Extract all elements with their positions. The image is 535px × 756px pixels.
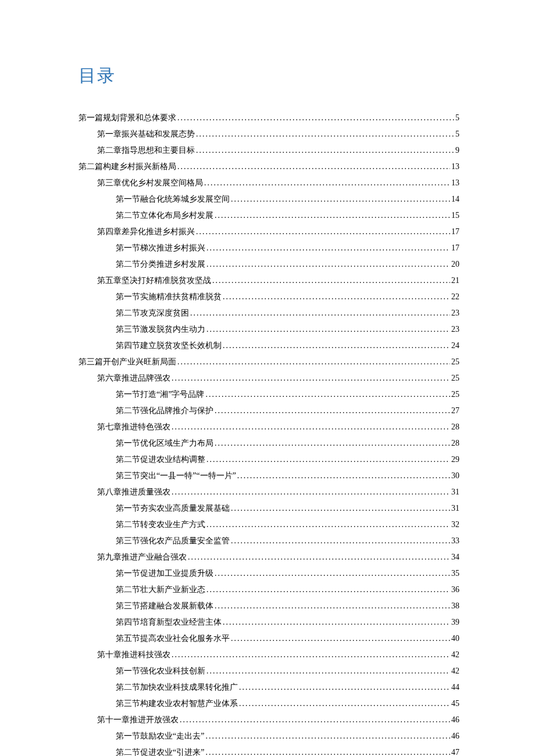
toc-leader xyxy=(215,565,450,582)
toc-entry-label: 第二节强化品牌推介与保护 xyxy=(116,403,213,419)
toc-entry-label: 第三节激发脱贫内生动力 xyxy=(116,321,205,338)
toc-leader xyxy=(206,452,450,468)
toc-entry: 第七章推进特色强农28 xyxy=(79,419,459,435)
toc-entry-label: 第三节强化农产品质量安全监管 xyxy=(116,533,230,549)
toc-entry-label: 第八章推进质量强农 xyxy=(97,484,170,500)
toc-leader xyxy=(231,533,450,549)
toc-entry-label: 第二节促进农业结构调整 xyxy=(116,452,205,468)
toc-entry: 第二节攻克深度贫困23 xyxy=(79,305,459,321)
toc-entry-page: 14 xyxy=(451,191,459,207)
toc-entry-page: 25 xyxy=(451,354,459,370)
toc-entry: 第二节分类推进乡村发展20 xyxy=(79,256,459,273)
toc-leader xyxy=(196,142,454,159)
toc-entry-label: 第一节鼓励农业“走出去” xyxy=(116,728,204,744)
toc-leader xyxy=(212,273,450,289)
toc-list: 第一篇规划背景和总体要求5第一章振兴基础和发展态势5第二章指导思想和主要目标9第… xyxy=(79,110,459,756)
toc-leader xyxy=(190,305,450,321)
toc-leader xyxy=(172,419,450,435)
toc-leader xyxy=(177,110,454,126)
toc-leader xyxy=(239,679,450,696)
toc-entry-label: 第二节壮大新产业新业态 xyxy=(116,582,205,598)
toc-entry-page: 9 xyxy=(455,142,459,159)
toc-entry: 第一节促进加工业提质升级35 xyxy=(79,565,459,582)
toc-entry: 第一节打造“湘”字号品牌25 xyxy=(79,386,459,403)
toc-entry-page: 23 xyxy=(451,321,459,338)
toc-leader xyxy=(172,484,450,500)
toc-leader xyxy=(206,517,450,533)
toc-entry-page: 28 xyxy=(451,419,459,435)
toc-entry-page: 23 xyxy=(451,305,459,321)
toc-entry-page: 31 xyxy=(451,484,459,500)
toc-leader xyxy=(231,500,450,517)
toc-leader xyxy=(205,744,450,756)
toc-entry: 第三章优化乡村发展空间格局13 xyxy=(79,175,459,191)
toc-entry: 第二节立体化布局乡村发展15 xyxy=(79,207,459,224)
toc-entry-label: 第三节搭建融合发展新载体 xyxy=(116,598,213,614)
toc-entry-page: 32 xyxy=(451,517,459,533)
toc-entry: 第六章推进品牌强农25 xyxy=(79,370,459,386)
toc-entry-label: 第五节提高农业社会化服务水平 xyxy=(116,630,230,647)
toc-entry-label: 第一篇规划背景和总体要求 xyxy=(79,110,176,126)
toc-entry-page: 25 xyxy=(451,386,459,403)
toc-leader xyxy=(172,370,450,386)
toc-entry-page: 17 xyxy=(451,224,459,240)
toc-entry-label: 第一节梯次推进乡村振兴 xyxy=(116,240,205,256)
toc-entry: 第二篇构建乡村振兴新格局13 xyxy=(79,159,459,175)
toc-entry: 第四节培育新型农业经营主体39 xyxy=(79,614,459,630)
toc-entry: 第一章振兴基础和发展态势5 xyxy=(79,126,459,142)
toc-entry-page: 22 xyxy=(451,289,459,305)
toc-leader xyxy=(177,354,450,370)
toc-entry-page: 28 xyxy=(451,435,459,452)
toc-entry: 第二节促进农业“引进来”47 xyxy=(79,744,459,756)
toc-leader xyxy=(215,598,450,614)
toc-entry: 第一节梯次推进乡村振兴17 xyxy=(79,240,459,256)
toc-entry-label: 第四章差异化推进乡村振兴 xyxy=(97,224,195,240)
toc-leader xyxy=(223,289,450,305)
toc-leader xyxy=(206,321,450,338)
toc-entry: 第八章推进质量强农31 xyxy=(79,484,459,500)
toc-entry-page: 42 xyxy=(451,663,459,679)
toc-title: 目录 xyxy=(79,64,459,88)
toc-leader xyxy=(196,126,454,142)
toc-leader xyxy=(223,614,450,630)
toc-entry: 第一节优化区域生产力布局28 xyxy=(79,435,459,452)
toc-leader xyxy=(172,647,450,663)
toc-leader xyxy=(206,663,450,679)
toc-entry: 第五节提高农业社会化服务水平40 xyxy=(79,630,459,647)
toc-entry-page: 39 xyxy=(451,614,459,630)
toc-entry: 第五章坚决打好精准脱贫攻坚战21 xyxy=(79,273,459,289)
toc-entry-page: 24 xyxy=(451,338,459,354)
toc-entry: 第三节构建农业农村智慧产业体系45 xyxy=(79,696,459,712)
toc-entry: 第四章差异化推进乡村振兴17 xyxy=(79,224,459,240)
toc-leader xyxy=(215,207,450,224)
toc-entry: 第三节激发脱贫内生动力23 xyxy=(79,321,459,338)
toc-entry: 第三篇开创产业兴旺新局面25 xyxy=(79,354,459,370)
toc-entry: 第三节强化农产品质量安全监管33 xyxy=(79,533,459,549)
toc-leader xyxy=(196,224,450,240)
toc-entry-page: 5 xyxy=(455,110,459,126)
toc-entry-page: 31 xyxy=(451,500,459,517)
toc-leader xyxy=(231,191,450,207)
toc-entry-page: 33 xyxy=(451,533,459,549)
toc-leader xyxy=(177,159,450,175)
toc-entry-page: 34 xyxy=(451,549,459,565)
toc-entry-page: 35 xyxy=(451,565,459,582)
toc-entry-label: 第一节融合化统筹城乡发展空间 xyxy=(116,191,230,207)
toc-entry-label: 第七章推进特色强农 xyxy=(97,419,170,435)
toc-entry: 第二节加快农业科技成果转化推广44 xyxy=(79,679,459,696)
toc-entry-page: 17 xyxy=(451,240,459,256)
toc-entry-page: 47 xyxy=(451,744,459,756)
toc-entry-page: 30 xyxy=(451,468,459,484)
toc-entry: 第四节建立脱贫攻坚长效机制24 xyxy=(79,338,459,354)
toc-entry: 第二章指导思想和主要目标9 xyxy=(79,142,459,159)
toc-entry: 第三节突出“一县一特”“一特一片”30 xyxy=(79,468,459,484)
toc-entry-page: 5 xyxy=(455,126,459,142)
toc-entry-page: 25 xyxy=(451,370,459,386)
toc-entry-label: 第一节实施精准扶贫精准脱贫 xyxy=(116,289,222,305)
toc-entry-label: 第二节加快农业科技成果转化推广 xyxy=(116,679,238,696)
toc-entry-page: 42 xyxy=(451,647,459,663)
toc-entry-label: 第九章推进产业融合强农 xyxy=(97,549,187,565)
toc-entry-page: 29 xyxy=(451,452,459,468)
toc-entry-page: 13 xyxy=(451,159,459,175)
toc-entry: 第二节促进农业结构调整29 xyxy=(79,452,459,468)
